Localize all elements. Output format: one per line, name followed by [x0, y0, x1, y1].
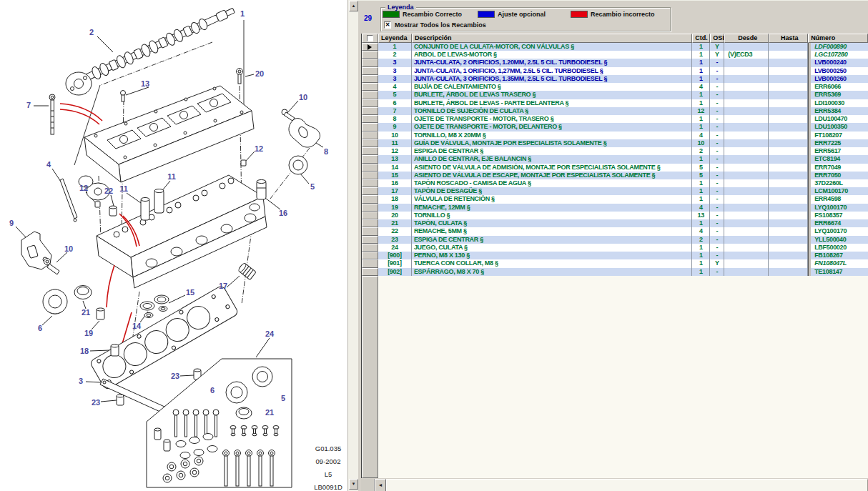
cell-num: ERR5369	[808, 91, 868, 99]
table-row[interactable]: 6BURLETE, ÁRBOL DE LEVAS - PARTE DELANTE…	[362, 99, 868, 107]
table-row[interactable]: 5BURLETE, ÁRBOL DE LEVAS TRASERO §1-ERR5…	[362, 91, 868, 99]
part-callout-4: 4	[46, 160, 51, 169]
column-header-leyenda[interactable]: Leyenda	[378, 34, 412, 43]
part-callout-2: 2	[89, 28, 94, 36]
row-selector[interactable]	[362, 43, 378, 51]
column-header-numero[interactable]: Número	[808, 34, 868, 43]
row-selector[interactable]	[362, 268, 378, 276]
table-row[interactable]: 17TAPÓN DE DESAGÜE §1-LCM100170	[362, 187, 868, 195]
row-selector[interactable]	[362, 187, 378, 195]
row-selector[interactable]	[362, 99, 378, 107]
table-row[interactable]: 10TORNILLO, M8 X 20MM §4-FT108207	[362, 132, 868, 139]
select-all-header-cell[interactable]	[362, 34, 378, 43]
table-row[interactable]: 7TORNILLO DE SUJECIÓN DE CULATA §12-ERR5…	[362, 107, 868, 115]
table-row[interactable]: 15ASIENTO DE VÁLVULA DE ESCAPE, MONTAJE …	[362, 172, 868, 179]
table-row[interactable]: 21TAPÓN, CULATA §1-ERR6674	[362, 219, 868, 227]
row-selector[interactable]	[362, 139, 378, 147]
table-row[interactable]: 20TORNILLO §13-FS108357	[362, 212, 868, 219]
table-row[interactable]: [901]TUERCA CON COLLAR, M8 §1YFN108047L	[362, 259, 868, 267]
row-selector[interactable]	[362, 75, 378, 83]
row-selector[interactable]	[362, 115, 378, 123]
row-selector[interactable]	[362, 59, 378, 66]
table-row[interactable]: 1CONJUNTO DE LA CULATA-MOTOR, CON VÁLVUL…	[362, 43, 868, 51]
row-selector[interactable]	[362, 236, 378, 244]
cell-ley: 13	[378, 155, 412, 163]
row-selector[interactable]	[362, 227, 378, 235]
column-header-descripcion[interactable]: Descripción	[412, 34, 692, 43]
row-selector[interactable]	[362, 91, 378, 99]
row-selector[interactable]	[362, 179, 378, 187]
table-row[interactable]: 24JUEGO, CULATA §1-LBF500020	[362, 244, 868, 252]
cell-hasta	[769, 179, 808, 187]
part-callout-11: 11	[167, 172, 176, 181]
table-row[interactable]: 8OJETE DE TRANSPORTE - MOTOR, TRASERO §1…	[362, 115, 868, 123]
row-selector[interactable]	[362, 219, 378, 227]
column-header-hasta[interactable]: Hasta	[769, 34, 808, 43]
row-selector[interactable]	[362, 172, 378, 179]
cell-ctd: 4	[692, 83, 710, 91]
table-row[interactable]: 3JUNTA-CULATA, 3 ORIFICIOS, 1.35MM, 2.5L…	[362, 75, 868, 83]
table-row[interactable]: 23ESPIGA DE CENTRAR §2-YLL500040	[362, 236, 868, 244]
horizontal-scroll-thumb[interactable]	[386, 479, 868, 491]
row-selector[interactable]	[362, 164, 378, 172]
column-header-osi[interactable]: OSI	[710, 34, 724, 43]
cell-desc: ASIENTO DE VÁLVULA DE ESCAPE, MONTAJE PO…	[412, 172, 692, 179]
checkbox-icon[interactable]: ✕	[384, 21, 391, 29]
cell-ley: 11	[378, 139, 412, 147]
part-callout-18: 18	[80, 347, 89, 355]
header-checkbox-icon[interactable]	[367, 35, 373, 41]
cell-osi: -	[710, 195, 724, 203]
table-row[interactable]: 3JUNTA-CULATA, 1 ORIFICIO, 1,27MM, 2.5L …	[362, 67, 868, 75]
cell-num: ERR7225	[808, 139, 868, 147]
cell-desde	[724, 75, 769, 83]
show-all-parts-checkbox[interactable]: ✕ Mostrar Todos los Recambios	[384, 21, 486, 29]
table-row[interactable]: 2ARBOL DE LEVAS-MOTOR §1Y(V)ECD3LGC10728…	[362, 51, 868, 59]
table-row[interactable]: 12ESPIGA DE CENTRAR §2-ERR5617	[362, 147, 868, 155]
row-selector[interactable]	[362, 204, 378, 212]
row-selector[interactable]	[362, 155, 378, 163]
table-row[interactable]: 9OJETE DE TRANSPORTE - MOTOR, DELANTERO …	[362, 123, 868, 131]
legend-items: Recambio CorrectoAjuste opcionalRecambio…	[383, 11, 671, 18]
row-selector[interactable]	[362, 67, 378, 75]
table-row[interactable]: 19REMACHE, 12MM §4-LYQ100170	[362, 204, 868, 212]
row-selector[interactable]	[362, 83, 378, 91]
row-selector[interactable]	[362, 212, 378, 219]
cell-desc: REMACHE, 5MM §	[412, 227, 692, 235]
table-row[interactable]: 18VÁLVULA DE RETENCIÓN §1-ERR4598	[362, 195, 868, 203]
row-selector[interactable]	[362, 132, 378, 139]
table-row[interactable]: 14ASIENTO DE VÁLVULA DE ADMISIÓN, MONTAJ…	[362, 164, 868, 172]
table-row[interactable]: 13ANILLO DE CENTRAR, EJE BALANCIN §1-ETC…	[362, 155, 868, 163]
scroll-down-button[interactable]: ▼	[349, 479, 358, 490]
table-row[interactable]: 22REMACHE, 5MM §4-LYQ100170	[362, 227, 868, 235]
row-selector[interactable]	[362, 244, 378, 252]
scroll-up-button[interactable]: ▲	[349, 1, 358, 11]
cell-osi: -	[710, 59, 724, 66]
cell-desc: TORNILLO, M8 X 20MM §	[412, 132, 692, 139]
row-selector[interactable]	[362, 252, 378, 259]
cell-osi: -	[710, 164, 724, 172]
row-selector[interactable]	[362, 123, 378, 131]
legend-item: Recambio incorrecto	[571, 11, 671, 18]
diagram-vertical-scrollbar[interactable]: ▲ ▼	[347, 0, 358, 491]
row-selector[interactable]	[362, 195, 378, 203]
cell-ley: 18	[378, 195, 412, 203]
row-selector[interactable]	[362, 51, 378, 59]
table-row[interactable]: 11GUÍA DE VÁLVULA, MONTAJE POR ESPECIALI…	[362, 139, 868, 147]
table-row[interactable]: [902]ESPÁRRAGO, M8 X 70 §1-TE108147	[362, 268, 868, 276]
column-header-desde[interactable]: Desde	[724, 34, 769, 43]
scroll-left-button[interactable]: ◄	[375, 479, 386, 491]
cell-desc: ANILLO DE CENTRAR, EJE BALANCIN §	[412, 155, 692, 163]
column-header-ctd[interactable]: Ctd.	[692, 34, 710, 43]
cell-osi: -	[710, 268, 724, 276]
gasket-kit-box-drawing	[147, 359, 292, 487]
row-selector[interactable]	[362, 147, 378, 155]
row-selector[interactable]	[362, 107, 378, 115]
cell-num: ERR5617	[808, 147, 868, 155]
table-horizontal-scrollbar[interactable]: ◄	[361, 479, 868, 491]
table-row[interactable]: [900]PERNO, M8 X 130 §1-FB108267	[362, 252, 868, 259]
table-row[interactable]: 3JUNTA-CULATA, 2 ORIFICIOS, 1.20MM, 2.5L…	[362, 59, 868, 66]
table-row[interactable]: 16TAPÓN ROSCADO - CAMISA DE AGUA §1-37D2…	[362, 179, 868, 187]
table-row[interactable]: 4BUJÍA DE CALENTAMIENTO §4-ERR6066	[362, 83, 868, 91]
cell-osi: Y	[710, 259, 724, 267]
row-selector[interactable]	[362, 259, 378, 267]
